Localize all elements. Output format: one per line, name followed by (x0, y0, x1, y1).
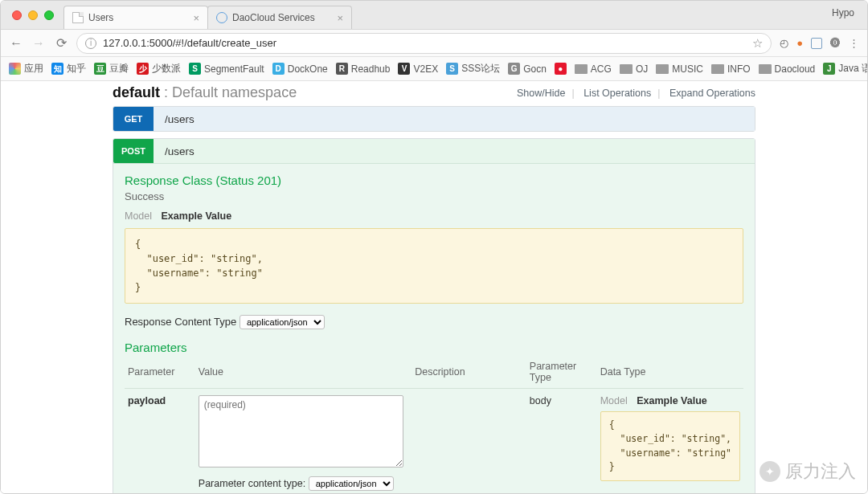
bookmark-item[interactable]: INFO (711, 63, 751, 75)
site-info-icon[interactable]: i (85, 38, 96, 49)
example-value-tab[interactable]: Example Value (637, 395, 707, 406)
favicon: J (823, 63, 835, 75)
folder-icon (759, 64, 772, 74)
watermark-text: 原力注入 (785, 459, 856, 484)
tab-title: DaoCloud Services (232, 12, 315, 23)
tab-users[interactable]: Users × (63, 6, 208, 29)
operation-get-users[interactable]: GET /users (113, 106, 755, 132)
bookmark-star-icon[interactable]: ☆ (752, 36, 763, 51)
param-type: body (526, 389, 597, 494)
back-button[interactable]: ← (9, 36, 23, 51)
parameters-heading: Parameters (125, 341, 743, 354)
favicon: G (508, 63, 520, 75)
namespace-name[interactable]: default (113, 84, 160, 100)
th-description: Description (411, 356, 526, 389)
endpoint-path: /users (154, 145, 194, 157)
operation-post-users: POST /users Response Class (Status 201) … (113, 138, 755, 493)
favicon: 知 (51, 63, 63, 75)
th-parameter: Parameter (125, 356, 195, 389)
th-data-type: Data Type (597, 356, 743, 389)
bookmark-item[interactable]: GGocn (508, 63, 547, 75)
expand-operations-link[interactable]: Expand Operations (669, 88, 755, 99)
param-description (411, 389, 526, 494)
bookmark-item[interactable]: JJava 语言支持 | 文… (823, 62, 867, 76)
folder-icon (711, 64, 724, 74)
table-row: payload Parameter content type: applicat… (125, 389, 743, 494)
th-value: Value (195, 356, 411, 389)
tab-daocloud[interactable]: DaoCloud Services × (207, 6, 352, 29)
extension-icon[interactable]: ◴ (780, 37, 788, 49)
menu-icon[interactable]: ⋮ (849, 37, 859, 49)
bookmark-item[interactable]: RReadhub (336, 63, 391, 75)
response-content-type-select[interactable]: application/json (240, 315, 325, 329)
favicon: ● (555, 63, 567, 75)
forward-button[interactable]: → (31, 36, 46, 51)
param-content-type-label: Parameter content type: (199, 478, 305, 489)
bookmark-item[interactable]: 少少数派 (137, 62, 181, 76)
folder-icon (620, 64, 633, 74)
namespace-header: default : Default namespace Show/Hide| L… (113, 81, 755, 106)
param-example-json[interactable]: { "user_id": "string", "username": "stri… (600, 411, 740, 481)
extension-icon[interactable]: ● (796, 37, 803, 49)
example-value-tab[interactable]: Example Value (162, 210, 232, 222)
list-operations-link[interactable]: List Operations (583, 88, 651, 99)
bookmark-item[interactable]: OJ (620, 63, 648, 75)
apps-icon (9, 63, 21, 75)
bookmark-item[interactable]: Daocloud (759, 63, 816, 75)
toolbar-extensions: ◴ ● ⓿ ⋮ (780, 37, 859, 49)
response-status-text: Success (125, 190, 743, 202)
response-heading: Response Class (Status 201) (125, 174, 743, 187)
bookmarks-bar: 应用知知乎豆豆瓣少少数派SSegmentFaultDDockOneRReadhu… (1, 57, 867, 81)
close-tab-icon[interactable]: × (337, 12, 343, 24)
tab-title: Users (88, 12, 113, 23)
bookmark-item[interactable]: DDockOne (272, 63, 328, 75)
zoom-window-icon[interactable] (44, 10, 54, 20)
url-text: 127.0.0.1:5000/#!/default/create_user (103, 37, 276, 49)
page-content: default : Default namespace Show/Hide| L… (1, 81, 867, 493)
response-example-json[interactable]: { "user_id": "string", "username": "stri… (125, 228, 743, 304)
bookmark-item[interactable]: VV2EX (398, 63, 438, 75)
favicon: S (446, 63, 458, 75)
bookmark-item[interactable]: MUSIC (656, 63, 703, 75)
window-controls (1, 2, 63, 28)
favicon: V (398, 63, 410, 75)
browser-tabs: Users × DaoCloud Services × (63, 1, 351, 29)
endpoint-path: /users (154, 113, 194, 125)
favicon: 少 (137, 63, 149, 75)
apps-button[interactable]: 应用 (9, 62, 43, 76)
method-badge: GET (113, 107, 154, 131)
minimize-window-icon[interactable] (28, 10, 38, 20)
extension-icon[interactable] (811, 38, 822, 49)
gear-icon (216, 12, 227, 23)
payload-textarea[interactable] (199, 395, 403, 467)
folder-icon (656, 64, 669, 74)
favicon: S (189, 63, 201, 75)
param-name: payload (125, 389, 195, 494)
show-hide-link[interactable]: Show/Hide (517, 88, 565, 99)
namespace-desc: Default namespace (172, 84, 297, 100)
model-tab[interactable]: Model (125, 210, 152, 222)
method-badge: POST (113, 139, 154, 163)
close-tab-icon[interactable]: × (193, 12, 199, 24)
folder-icon (575, 64, 588, 74)
close-window-icon[interactable] (12, 10, 22, 20)
model-example-tabs: Model Example Value (125, 210, 743, 222)
favicon: R (336, 63, 348, 75)
param-content-type-select[interactable]: application/json (309, 476, 394, 491)
bookmark-item[interactable]: 知知乎 (51, 62, 86, 76)
operation-bar[interactable]: POST /users (113, 139, 755, 163)
document-icon (72, 12, 84, 23)
profile-name[interactable]: Hypo (832, 7, 867, 23)
wechat-icon: ✦ (760, 461, 780, 482)
bookmark-item[interactable]: ACG (575, 63, 612, 75)
model-tab[interactable]: Model (600, 395, 628, 406)
address-bar[interactable]: i 127.0.0.1:5000/#!/default/create_user … (76, 33, 772, 54)
bookmark-item[interactable]: SSegmentFault (189, 63, 264, 75)
reload-button[interactable]: ⟳ (54, 35, 68, 51)
bookmark-item[interactable]: SSSS论坛 (446, 62, 500, 76)
favicon: D (272, 63, 285, 75)
watermark: ✦ 原力注入 (760, 459, 856, 484)
bookmark-item[interactable]: ● (555, 63, 567, 75)
extension-icon[interactable]: ⓿ (830, 37, 841, 49)
bookmark-item[interactable]: 豆豆瓣 (94, 62, 129, 76)
